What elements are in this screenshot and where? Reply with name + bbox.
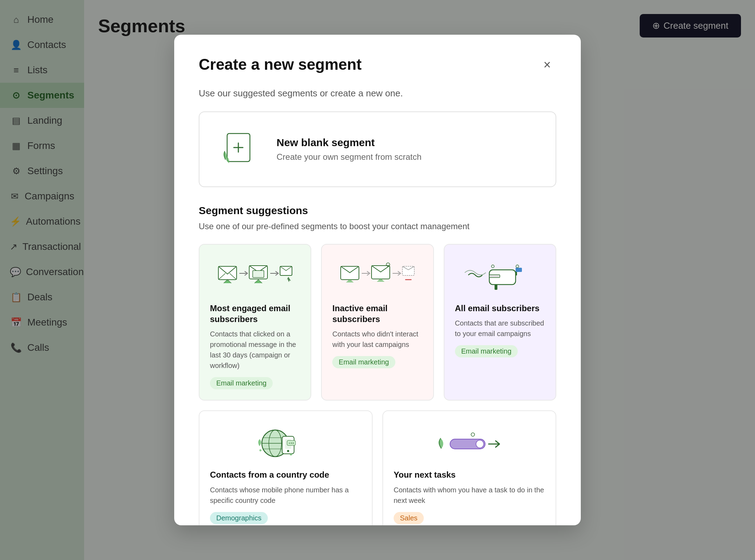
svg-rect-21 [516, 268, 522, 272]
card-illustration-country-code: +xx [210, 422, 361, 461]
card-desc-inactive: Contacts who didn't interact with your l… [332, 329, 422, 350]
card-tag-country-code: Demographics [210, 512, 268, 524]
close-button[interactable]: × [538, 56, 556, 74]
card-illustration-next-tasks [394, 422, 545, 461]
svg-point-23 [516, 265, 519, 268]
svg-point-37 [476, 440, 484, 448]
card-desc-next-tasks: Contacts with whom you have a task to do… [394, 485, 545, 506]
suggestions-grid-bottom: +xx Contacts from a country code Contact… [199, 410, 556, 525]
modal-header: Create a new segment × [199, 56, 556, 74]
svg-marker-9 [286, 277, 291, 282]
new-blank-segment-card[interactable]: New blank segment Create your own segmen… [199, 111, 556, 187]
svg-point-22 [491, 265, 494, 268]
modal-title: Create a new segment [199, 56, 362, 73]
svg-rect-6 [253, 271, 264, 278]
card-title-next-tasks: Your next tasks [394, 469, 545, 480]
card-illustration-all-subscribers [455, 256, 545, 294]
suggestions-grid-top: Most engaged email subscribers Contacts … [199, 244, 556, 401]
new-segment-title: New blank segment [277, 137, 422, 149]
card-title-country-code: Contacts from a country code [210, 469, 361, 480]
card-tag-all-subscribers: Email marketing [455, 345, 518, 357]
card-desc-country-code: Contacts whose mobile phone number has a… [210, 485, 361, 506]
new-segment-description: Create your own segment from scratch [277, 152, 422, 162]
card-all-subscribers[interactable]: All email subscribers Contacts that are … [444, 244, 556, 401]
suggestions-title: Segment suggestions [199, 205, 556, 217]
card-illustration-inactive [332, 256, 422, 294]
new-segment-illustration [215, 125, 264, 174]
new-segment-text: New blank segment Create your own segmen… [277, 137, 422, 162]
card-most-engaged[interactable]: Most engaged email subscribers Contacts … [199, 244, 311, 401]
svg-point-35 [290, 453, 292, 456]
card-tag-next-tasks: Sales [394, 512, 424, 524]
card-desc-most-engaged: Contacts that clicked on a promotional m… [210, 329, 300, 371]
svg-point-31 [287, 450, 289, 452]
create-segment-modal: Create a new segment × Use our suggested… [174, 35, 581, 525]
card-title-all-subscribers: All email subscribers [455, 303, 545, 314]
card-desc-all-subscribers: Contacts that are subscribed to your ema… [455, 318, 545, 339]
card-title-inactive: Inactive email subscribers [332, 303, 422, 325]
modal-overlay[interactable]: Create a new segment × Use our suggested… [0, 0, 755, 560]
svg-rect-19 [489, 275, 500, 278]
svg-point-39 [471, 433, 475, 436]
card-next-tasks[interactable]: Your next tasks Contacts with whom you h… [382, 410, 556, 525]
suggestions-subtitle: Use one of our pre-defined segments to b… [199, 221, 556, 231]
card-illustration-most-engaged [210, 256, 300, 294]
modal-subtitle: Use our suggested segments or create a n… [199, 88, 556, 99]
card-tag-inactive: Email marketing [332, 356, 395, 368]
card-inactive[interactable]: Inactive email subscribers Contacts who … [321, 244, 434, 401]
svg-rect-15 [402, 266, 414, 275]
card-title-most-engaged: Most engaged email subscribers [210, 303, 300, 325]
svg-point-34 [259, 449, 261, 451]
svg-text:+xx: +xx [288, 441, 294, 445]
card-country-code[interactable]: +xx Contacts from a country code Contact… [199, 410, 373, 525]
card-tag-most-engaged: Email marketing [210, 377, 273, 389]
